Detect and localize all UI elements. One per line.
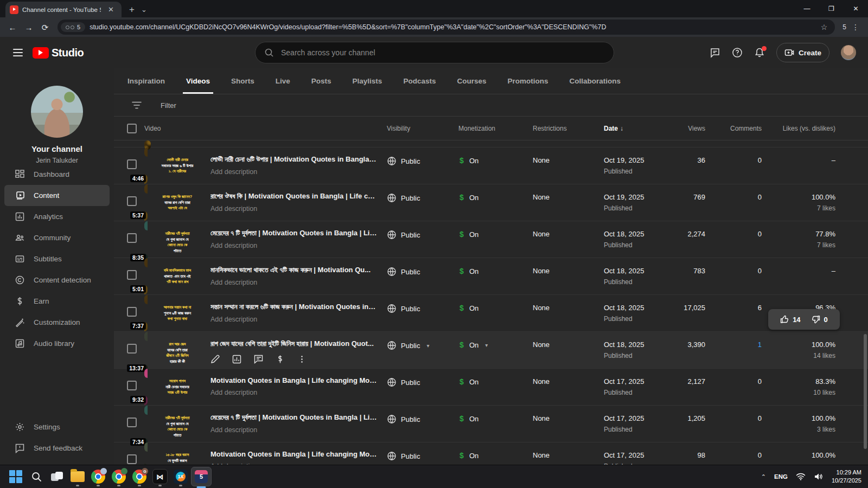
studio-logo[interactable]: Studio [33,47,84,59]
close-button[interactable]: ✕ [844,0,868,17]
visibility-value[interactable]: Public [401,305,420,313]
video-thumbnail[interactable]: সহবাস পাগলনারী চেনার সবচেয়েসহজ ৩টি উপায… [144,369,210,405]
browser-tab[interactable]: Channel content - YouTube Stu ✕ [5,2,122,17]
comments-value[interactable]: 1 [705,332,762,349]
video-title[interactable]: মেয়েদের ৭ টি দুর্বলতা | Motivation Quot… [210,229,377,237]
table-row[interactable]: আপনার সন্তান কথা নাশুনলে ৬টি কাজ করুনকথা… [114,295,868,332]
comments-value[interactable]: 0 [705,442,762,459]
video-thumbnail[interactable]: লোভী নারী চেনারসবচেয়ে সহজ ৬ টি উপায়১. … [144,147,210,184]
tab-podcasts[interactable]: Podcasts [403,68,436,94]
active-browser-window-button[interactable]: 5 [191,466,212,487]
video-thumbnail[interactable]: আপনার সন্তান কথা নাশুনলে ৬টি কাজ করুনকথা… [144,295,210,331]
video-thumbnail[interactable]: রাগের ওষুধ কি জানেন?যাদের রাগ বেশি তারাঅ… [144,184,210,221]
site-permissions-chip[interactable]: 5 [61,22,85,32]
wifi-icon[interactable] [796,473,806,480]
filter-bar[interactable]: Filter [114,94,868,117]
chrome-profile-3-button[interactable]: G [129,466,150,487]
visibility-value[interactable]: Public [401,231,420,239]
column-date[interactable]: Date↓ [604,125,669,132]
add-description-link[interactable]: Add description [210,168,377,176]
monetization-value[interactable]: On [469,415,478,423]
taskbar-clock[interactable]: 10:29 AM 10/27/2025 [832,468,861,485]
url-text[interactable]: studio.youtube.com/channel/UCgKDBD2iNcQO… [90,23,812,31]
tab-courses[interactable]: Courses [457,68,486,94]
table-row[interactable]: রাগ আর জেদযাদের বেশি তারাজীবনে ২টি জিনিস… [114,332,868,369]
back-button[interactable]: ← [4,23,21,31]
browser-menu-icon[interactable]: ⋮ [850,23,864,31]
video-title[interactable]: মানসিকভাবে ভালো থাকতে এই ৭টি কাজ করুন | … [210,266,377,274]
column-likes[interactable]: Likes (vs. dislikes) [762,125,835,132]
video-thumbnail[interactable]: ১৫-১৮ বছর বয়সেযে ভুলটি করলে [144,442,210,465]
comments-value[interactable]: 0 [705,184,762,201]
table-row[interactable]: নারীদের ৭টি দুর্বলতাযে গুলা জানলে যেকোনো… [114,406,868,442]
sidebar-item-subtitles[interactable]: Subtitles [4,248,110,269]
add-description-link[interactable]: Add description [210,205,377,213]
comments-value[interactable]: 0 [705,147,762,164]
sidebar-item-settings[interactable]: Settings [4,416,110,438]
forward-button[interactable]: → [21,23,37,31]
row-checkbox[interactable] [127,159,137,169]
create-button[interactable]: Create [776,43,829,62]
sidebar-item-content[interactable]: Content [4,185,110,206]
video-thumbnail[interactable]: নারীদের ৭টি দুর্বলতাযে গুলা জানলে যেকোনো… [144,406,210,447]
address-bar[interactable]: 5 studio.youtube.com/channel/UCgKDBD2iNc… [58,20,835,35]
monetization-value[interactable]: On [469,230,478,239]
tab-shorts[interactable]: Shorts [231,68,254,94]
video-title[interactable]: Motivation Quotes in Bangla | Life chang… [210,376,377,384]
comments-value[interactable]: 0 [705,369,762,386]
sidebar-item-customization[interactable]: Customization [4,312,110,333]
tab-promotions[interactable]: Promotions [507,68,548,94]
tab-playlists[interactable]: Playlists [353,68,382,94]
account-avatar[interactable] [841,45,856,60]
visibility-value[interactable]: Public [401,194,420,202]
table-row[interactable]: ১৫-১৮ বছর বয়সেযে ভুলটি করলে Motivation … [114,442,868,465]
visibility-value[interactable]: Public [401,268,420,276]
visibility-value[interactable]: Public [401,157,420,165]
minimize-button[interactable]: — [795,0,819,17]
monetization-value[interactable]: On [469,267,478,275]
column-visibility[interactable]: Visibility [387,125,458,132]
tab-posts[interactable]: Posts [311,68,331,94]
video-thumbnail[interactable]: রাগ আর জেদযাদের বেশি তারাজীবনে ২টি জিনিস… [144,332,210,374]
monetization-value[interactable]: On [469,341,478,349]
tab-videos[interactable]: Videos [186,68,210,94]
taskbar-search-button[interactable] [26,466,47,487]
tab-list-chevron-icon[interactable]: ⌄ [138,6,150,17]
select-all-checkbox[interactable] [127,124,137,133]
video-title[interactable]: মেয়েদের ৭ টি দুর্বলতা | Motivation Quot… [210,413,377,422]
add-description-link[interactable]: Add description [210,242,377,249]
sidebar-item-analytics[interactable]: Analytics [4,206,110,227]
restore-button[interactable]: ❐ [819,0,844,17]
visibility-value[interactable]: Public [401,378,420,387]
help-icon[interactable] [732,47,743,58]
column-restrictions[interactable]: Restrictions [533,125,604,132]
bookmark-star-icon[interactable]: ☆ [816,23,832,31]
monetization-value[interactable]: On [469,304,478,312]
row-checkbox[interactable] [127,418,137,427]
table-row[interactable]: রাগের ওষুধ কি জানেন?যাদের রাগ বেশি তারাঅ… [114,184,868,221]
hamburger-menu-icon[interactable] [13,49,23,56]
sidebar-item-earn[interactable]: Earn [4,291,110,312]
feedback-icon[interactable] [710,47,720,58]
comments-value[interactable]: 6 [705,295,762,312]
video-thumbnail[interactable]: নারীদের ৭টি দুর্বলতাযে গুলা জানলে যেকোনো… [144,221,210,263]
table-row[interactable]: সহবাস পাগলনারী চেনার সবচেয়েসহজ ৩টি উপায… [114,369,868,406]
monetization-value[interactable]: On [469,157,478,165]
row-checkbox[interactable] [127,381,137,390]
sidebar-item-community[interactable]: Community [4,227,110,248]
edit-pencil-button[interactable] [210,355,220,364]
notifications-bell-icon[interactable] [754,47,765,58]
chrome-profile-1-button[interactable] [88,466,108,487]
table-row[interactable] [114,140,868,147]
chrome-profile-2-button[interactable] [108,466,129,487]
vertical-scrollbar[interactable] [864,334,867,449]
monetization-value[interactable]: On [469,452,478,460]
tab-collaborations[interactable]: Collaborations [569,68,621,94]
row-checkbox[interactable] [127,454,137,464]
video-title[interactable]: Motivation Quotes in Bangla | Life chang… [210,450,377,458]
analytics-button[interactable] [232,355,241,364]
video-title[interactable]: সন্তান সম্মান না করলে ৬টি কাজ করুন | Mot… [210,303,377,311]
tab-live[interactable]: Live [276,68,290,94]
column-views[interactable]: Views [669,125,705,132]
capcut-button[interactable]: ⋈ [150,466,170,487]
